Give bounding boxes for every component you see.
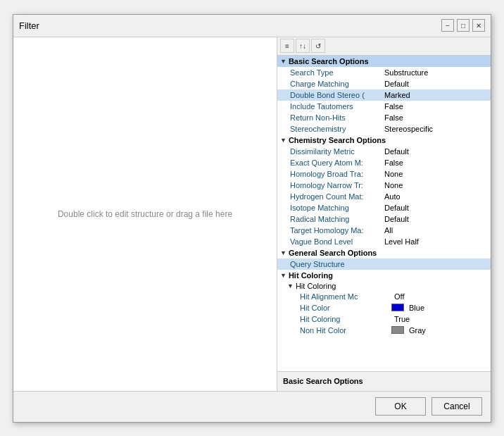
prop-name-stereochemistry: Stereochemistry	[290, 125, 382, 133]
prop-dissimilarity-metric[interactable]: Dissimilarity Metric Default	[277, 146, 491, 157]
prop-name-charge-matching: Charge Matching	[290, 80, 382, 88]
toolbar: ≡ ↑↓ ↺	[277, 37, 491, 56]
prop-value-homology-broad: None	[384, 170, 403, 178]
prop-hit-alignment[interactable]: Hit Alignment Mc Off	[277, 291, 491, 302]
section-basic-search[interactable]: ▼ Basic Search Options	[277, 56, 491, 67]
prop-value-dissimilarity-metric: Default	[384, 147, 409, 156]
window-title: Filter	[19, 20, 39, 31]
prop-name-target-homology: Target Homology Ma:	[290, 226, 382, 235]
prop-target-homology[interactable]: Target Homology Ma: All	[277, 225, 491, 236]
toolbar-btn-refresh[interactable]: ↺	[311, 39, 325, 53]
prop-name-hit-color: Hit Color	[300, 304, 391, 312]
prop-vague-bond-level[interactable]: Vague Bond Level Level Half	[277, 236, 491, 247]
left-panel-placeholder: Double click to edit structure or drag a…	[58, 209, 232, 219]
hit-color-swatch	[391, 304, 404, 311]
prop-value-exact-query-atom: False	[384, 158, 403, 167]
sort-icon: ↑↓	[299, 42, 306, 50]
prop-non-hit-color[interactable]: Non Hit Color Gray	[277, 325, 491, 336]
prop-hit-color[interactable]: Hit Color Blue	[277, 302, 491, 313]
prop-hydrogen-count[interactable]: Hydrogen Count Mat: Auto	[277, 191, 491, 202]
prop-name-double-bond-stereo: Double Bond Stereo (	[290, 91, 382, 99]
prop-name-isotope-matching: Isotope Matching	[290, 204, 382, 212]
prop-value-search-type: Substructure	[384, 68, 428, 77]
prop-value-isotope-matching: Default	[384, 204, 409, 212]
cancel-button[interactable]: Cancel	[431, 397, 482, 416]
prop-name-vague-bond-level: Vague Bond Level	[290, 237, 382, 246]
section-chemistry-search[interactable]: ▼ Chemistry Search Options	[277, 135, 491, 146]
prop-name-non-hit-color: Non Hit Color	[300, 326, 391, 335]
ok-button[interactable]: OK	[375, 397, 426, 416]
prop-value-include-tautomers: False	[384, 102, 403, 111]
prop-name-hydrogen-count: Hydrogen Count Mat:	[290, 192, 382, 201]
prop-charge-matching[interactable]: Charge Matching Default	[277, 78, 491, 89]
prop-value-hit-coloring-val: True	[394, 315, 410, 323]
collapse-icon-hit-coloring-sub: ▼	[287, 282, 294, 289]
prop-value-stereochemistry: Stereospecific	[384, 125, 433, 133]
refresh-icon: ↺	[315, 42, 321, 50]
prop-query-structure[interactable]: Query Structure	[277, 259, 491, 270]
prop-value-charge-matching: Default	[384, 80, 409, 88]
prop-name-radical-matching: Radical Matching	[290, 215, 382, 223]
prop-value-homology-narrow: None	[384, 181, 403, 189]
prop-homology-broad[interactable]: Homology Broad Tra: None	[277, 168, 491, 180]
prop-name-include-tautomers: Include Tautomers	[290, 102, 382, 111]
filter-window: Filter − □ ✕ Double click to edit struct…	[13, 14, 491, 423]
section-basic-label: Basic Search Options	[289, 57, 369, 66]
prop-value-radical-matching: Default	[384, 215, 409, 223]
collapse-icon-chemistry: ▼	[280, 137, 286, 144]
subsection-hit-coloring-label: Hit Coloring	[296, 282, 336, 290]
prop-radical-matching[interactable]: Radical Matching Default	[277, 213, 491, 225]
prop-value-non-hit-color: Gray	[409, 326, 426, 335]
prop-double-bond-stereo[interactable]: Double Bond Stereo ( Marked	[277, 89, 491, 101]
prop-hit-coloring-val[interactable]: Hit Coloring True	[277, 313, 491, 325]
collapse-icon-hit-coloring: ▼	[280, 272, 286, 279]
title-buttons: − □ ✕	[441, 19, 485, 32]
prop-value-hit-alignment: Off	[394, 292, 404, 301]
status-text: Basic Search Options	[283, 377, 363, 385]
subsection-hit-coloring[interactable]: ▼ Hit Coloring	[277, 281, 491, 291]
prop-value-hit-color: Blue	[409, 304, 424, 312]
maximize-button[interactable]: □	[457, 19, 470, 32]
section-hit-coloring-label: Hit Coloring	[289, 271, 333, 280]
prop-name-hit-coloring-val: Hit Coloring	[300, 315, 391, 323]
prop-name-query-structure: Query Structure	[290, 260, 382, 268]
section-general-search[interactable]: ▼ General Search Options	[277, 247, 491, 259]
prop-exact-query-atom[interactable]: Exact Query Atom M: False	[277, 157, 491, 168]
prop-name-homology-narrow: Homology Narrow Tr:	[290, 181, 382, 189]
list-icon: ≡	[285, 42, 289, 50]
minimize-button[interactable]: −	[441, 19, 454, 32]
section-hit-coloring[interactable]: ▼ Hit Coloring	[277, 270, 491, 281]
prop-name-homology-broad: Homology Broad Tra:	[290, 170, 382, 178]
non-hit-color-swatch	[391, 326, 404, 334]
prop-value-return-non-hits: False	[384, 113, 403, 122]
section-chemistry-label: Chemistry Search Options	[289, 136, 386, 144]
status-bar: Basic Search Options	[277, 371, 491, 391]
prop-name-search-type: Search Type	[290, 68, 382, 77]
right-panel: ≡ ↑↓ ↺ ▼ Basic Search Options Search Typ…	[277, 37, 491, 391]
main-content: Double click to edit structure or drag a…	[13, 37, 491, 391]
close-button[interactable]: ✕	[472, 19, 485, 32]
prop-stereochemistry[interactable]: Stereochemistry Stereospecific	[277, 123, 491, 135]
prop-name-return-non-hits: Return Non-Hits	[290, 113, 382, 122]
prop-value-vague-bond-level: Level Half	[384, 237, 419, 246]
section-general-label: General Search Options	[289, 249, 377, 257]
collapse-icon-general: ▼	[280, 249, 286, 256]
prop-name-exact-query-atom: Exact Query Atom M:	[290, 158, 382, 167]
title-bar: Filter − □ ✕	[13, 15, 491, 37]
prop-name-hit-alignment: Hit Alignment Mc	[300, 292, 391, 301]
toolbar-btn-1[interactable]: ≡	[280, 39, 294, 53]
prop-search-type[interactable]: Search Type Substructure	[277, 67, 491, 78]
prop-value-target-homology: All	[384, 226, 393, 235]
toolbar-btn-sort[interactable]: ↑↓	[296, 39, 310, 53]
prop-name-dissimilarity-metric: Dissimilarity Metric	[290, 147, 382, 156]
prop-isotope-matching[interactable]: Isotope Matching Default	[277, 202, 491, 213]
collapse-icon-basic: ▼	[280, 58, 286, 65]
prop-value-double-bond-stereo: Marked	[384, 91, 410, 99]
prop-return-non-hits[interactable]: Return Non-Hits False	[277, 112, 491, 123]
footer: OK Cancel	[13, 391, 491, 422]
prop-homology-narrow[interactable]: Homology Narrow Tr: None	[277, 180, 491, 191]
prop-include-tautomers[interactable]: Include Tautomers False	[277, 101, 491, 112]
prop-value-hydrogen-count: Auto	[384, 192, 401, 201]
property-tree[interactable]: ▼ Basic Search Options Search Type Subst…	[277, 56, 491, 371]
left-panel[interactable]: Double click to edit structure or drag a…	[13, 37, 277, 391]
